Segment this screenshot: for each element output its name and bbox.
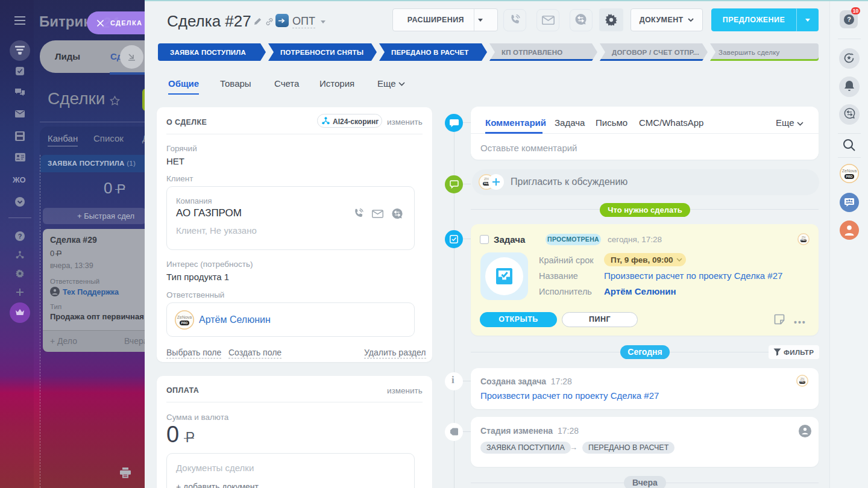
svg-text:?: ?: [18, 233, 22, 240]
